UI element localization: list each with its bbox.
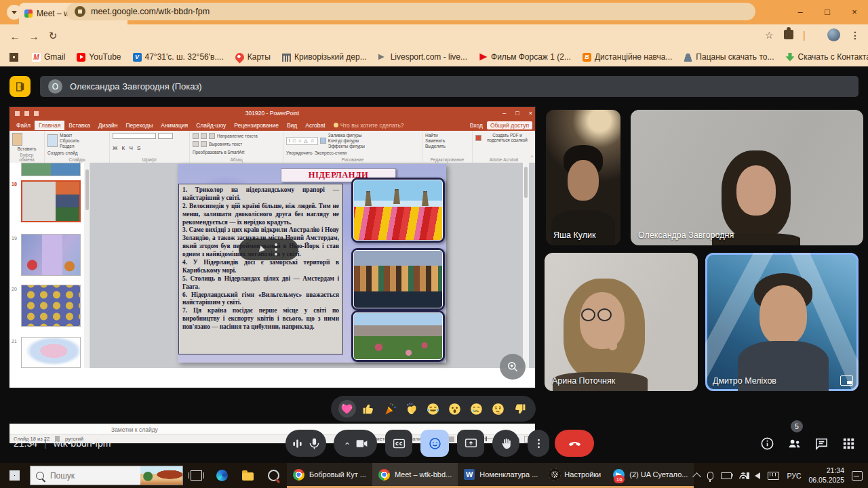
bookmark-patsany[interactable]: Пацаны скачать то... xyxy=(684,52,774,62)
file-explorer-button[interactable] xyxy=(235,463,261,488)
ppt-share-button: Общий доступ xyxy=(487,121,532,129)
back-button[interactable]: ← xyxy=(5,30,24,42)
presenter-pill[interactable]: О Олександра Завгородня (Показ) xyxy=(40,76,859,97)
taskbar-app-word[interactable]: W Номенклатура ... xyxy=(458,463,544,488)
reaction-thinking[interactable] xyxy=(489,400,507,418)
video-tile-oleksandra[interactable]: Олександра Завгородня xyxy=(631,110,863,245)
taskbar-app-chrome-bobrovy[interactable]: Бобровый Кут ... xyxy=(287,463,372,488)
bookmark-movie[interactable]: Фильм Форсаж 1 (2... xyxy=(479,52,571,62)
tray-expand-icon[interactable] xyxy=(693,472,702,481)
captions-button[interactable] xyxy=(385,430,412,457)
present-button[interactable] xyxy=(457,430,484,457)
bookmark-star-icon[interactable]: ☆ xyxy=(765,30,774,41)
quick-styles-label: Экспресс-стили xyxy=(315,150,347,155)
present-screen-icon xyxy=(464,436,478,451)
chat-button[interactable] xyxy=(814,436,829,454)
bookmark-livesport[interactable]: Livesport.com - live... xyxy=(378,52,467,62)
telegram-unread-badge: 16 xyxy=(614,475,625,483)
reaction-surprised[interactable] xyxy=(446,400,464,418)
windows-taskbar: Бобровый Кут ... Meet – wtk-bbd... W Ном… xyxy=(0,463,868,488)
reaction-laugh[interactable] xyxy=(425,400,442,418)
start-button[interactable] xyxy=(0,463,30,488)
search-input[interactable] xyxy=(49,470,126,481)
ppt-ribbon-group-drawing: \ □ ○ △ ☆ Заливка фигурыКонтур фигурыЭфф… xyxy=(283,131,422,163)
video-tile-aryna[interactable]: Арина Поточняк xyxy=(545,253,698,391)
bookmark-youtube[interactable]: YouTube xyxy=(77,52,121,62)
bookmark-university[interactable]: Криворізький дер... xyxy=(282,52,367,62)
shared-screen-powerpoint[interactable]: 301920 - PowerPoint – □ × Файл Главная В… xyxy=(9,107,535,388)
bookmark-coordinates[interactable]: V47°31'с. ш. 32°56'в.... xyxy=(133,52,224,62)
reload-button[interactable]: ↻ xyxy=(43,30,62,42)
apps-grid-icon[interactable] xyxy=(9,53,18,62)
ppt-notes-bar: Заметки к слайду xyxy=(9,424,535,434)
taskbar-app-telegram[interactable]: 16 (2) UA Суетало... xyxy=(607,463,694,488)
touch-keyboard-icon[interactable] xyxy=(768,472,779,480)
reaction-party[interactable] xyxy=(381,400,399,418)
reaction-sparkling-heart[interactable] xyxy=(338,400,356,418)
people-icon xyxy=(787,436,802,451)
window-close-button[interactable]: × xyxy=(841,0,868,23)
picture-in-picture-icon[interactable] xyxy=(840,375,853,386)
bookmark-label: Пацаны скачать то... xyxy=(696,52,774,62)
camera-button[interactable] xyxy=(334,430,377,457)
thumbnail-scrollbar xyxy=(84,163,90,368)
layout-label: Макет xyxy=(60,133,79,138)
magnifier-app-button[interactable] xyxy=(261,463,287,488)
window-minimize-button[interactable]: – xyxy=(787,0,814,23)
leave-call-button[interactable] xyxy=(555,430,594,457)
mic-button[interactable] xyxy=(285,430,326,457)
language-indicator[interactable]: РУС xyxy=(787,472,801,480)
raise-hand-button[interactable] xyxy=(492,430,519,457)
reaction-clap[interactable] xyxy=(403,400,420,418)
ppt-tab-acrobat: Acrobat xyxy=(301,121,329,130)
tray-microphone-icon[interactable] xyxy=(707,472,713,480)
bookmark-maps[interactable]: Карты xyxy=(235,52,271,62)
task-view-button[interactable] xyxy=(183,463,209,488)
address-bar[interactable]: meet.google.com/wtk-bbdn-fpm xyxy=(66,3,755,20)
extensions-icon[interactable] xyxy=(784,30,793,39)
meet-clock: 21:34 xyxy=(14,438,37,449)
meeting-details-button[interactable] xyxy=(760,436,775,454)
taskbar-clock[interactable]: 21:34 06.05.2025 xyxy=(808,466,844,484)
bookmark-distance-learning[interactable]: BДистанційне навча... xyxy=(583,52,672,62)
slide-thumbnail-18 xyxy=(21,180,81,222)
volume-icon[interactable] xyxy=(755,472,760,479)
chevron-up-icon xyxy=(342,436,352,451)
forward-button[interactable]: → xyxy=(24,30,43,42)
taskbar-app-settings[interactable]: Настройки xyxy=(544,463,607,488)
silhouette xyxy=(736,165,776,216)
zoom-shared-content-button[interactable] xyxy=(500,354,526,380)
reaction-thumbs-up[interactable] xyxy=(360,400,378,418)
ribbon-collapse-icon: ^ xyxy=(531,155,533,159)
participant-name: Дмитро Меліхов xyxy=(713,376,776,386)
browser-menu-icon[interactable]: ⋮ xyxy=(850,30,860,41)
more-options-button[interactable] xyxy=(528,430,549,457)
edge-button[interactable] xyxy=(209,463,235,488)
video-tile-dmytro[interactable]: Дмитро Меліхов xyxy=(705,253,859,391)
meeting-room-button[interactable] xyxy=(9,76,31,97)
taskbar-search-box[interactable] xyxy=(30,466,183,485)
magnifier-icon xyxy=(268,470,279,481)
reactions-button[interactable] xyxy=(420,430,449,457)
align-center-icon xyxy=(201,141,207,147)
video-tile-yasha[interactable]: Яша Кулик xyxy=(546,110,620,245)
ppt-body: 18 19 20 21 НІДЕРЛАНДИ 1. Триколор на ні… xyxy=(9,163,535,368)
site-info-icon[interactable] xyxy=(75,6,85,17)
bookmarks-bar: MGmail YouTube V47°31'с. ш. 32°56'в.... … xyxy=(0,47,868,66)
reaction-thumbs-down[interactable] xyxy=(511,400,528,418)
bookmark-label: Карты xyxy=(248,52,271,62)
door-icon xyxy=(14,81,26,93)
people-button[interactable] xyxy=(787,436,802,454)
search-highlight-image[interactable] xyxy=(140,466,182,485)
reaction-crying[interactable] xyxy=(467,400,485,418)
profile-avatar[interactable] xyxy=(827,28,840,41)
notifications-icon[interactable] xyxy=(852,471,863,481)
window-maximize-button[interactable]: □ xyxy=(814,0,841,23)
presenter-cursor-overlay xyxy=(239,239,298,260)
bookmark-gmail[interactable]: MGmail xyxy=(32,52,65,62)
app-label: Meet – wtk-bbd... xyxy=(395,470,452,479)
bookmark-vk-download[interactable]: Скачать с Контакта,... xyxy=(785,52,868,62)
taskbar-app-chrome-meet[interactable]: Meet – wtk-bbd... xyxy=(372,463,458,488)
battery-icon[interactable] xyxy=(721,472,732,479)
activities-button[interactable] xyxy=(841,436,856,454)
